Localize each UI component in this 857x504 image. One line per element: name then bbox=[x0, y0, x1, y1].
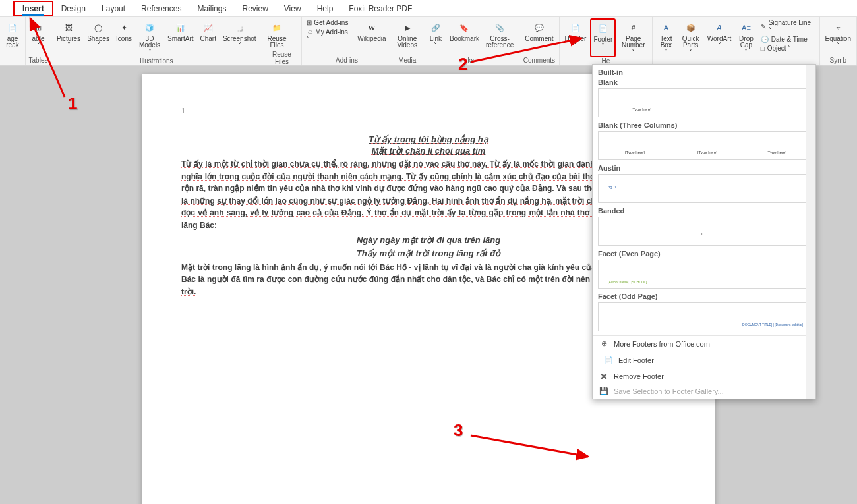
edit-footer-button[interactable]: 📄Edit Footer bbox=[597, 352, 812, 368]
screenshot-button[interactable]: ⬚Screenshot ˅ bbox=[220, 18, 259, 57]
gallery-head-facet-even: Facet (Even Page) bbox=[598, 250, 810, 258]
reuse-files-button[interactable]: 📁Reuse Files bbox=[265, 18, 289, 51]
gallery-item-banded[interactable]: 1 bbox=[598, 217, 810, 246]
page-number-button[interactable]: #Page Number ˅ bbox=[617, 18, 649, 57]
gallery-item-blank3[interactable]: [Type here] [Type here] [Type here] bbox=[598, 131, 810, 160]
link-button[interactable]: 🔗Link ˅ bbox=[426, 18, 446, 57]
chart-button[interactable]: 📈Chart bbox=[198, 18, 219, 57]
smartart-button[interactable]: 📊SmartArt bbox=[165, 18, 196, 57]
gallery-head-banded: Banded bbox=[598, 207, 810, 215]
object-button[interactable]: □ Object ˅ bbox=[759, 44, 817, 53]
tab-insert[interactable]: Insert bbox=[13, 1, 53, 16]
3dmodels-button[interactable]: 🧊3D Models ˅ bbox=[136, 18, 163, 57]
dropcap-button[interactable]: A≡Drop Cap ˅ bbox=[735, 18, 757, 64]
save-icon: 💾 bbox=[599, 387, 608, 395]
more-footers-button[interactable]: ⊕More Footers from Office.com› bbox=[593, 336, 815, 351]
tab-review[interactable]: Review bbox=[234, 2, 276, 15]
bookmark-button[interactable]: 🔖Bookmark bbox=[447, 18, 482, 57]
shapes-button[interactable]: ◯Shapes ˅ bbox=[84, 18, 112, 57]
gallery-item-facet-even[interactable]: [Author name] | [SCHOOL] bbox=[598, 260, 810, 289]
gallery-item-facet-odd[interactable]: [DOCUMENT TITLE] | [Document subtitle] bbox=[598, 302, 810, 331]
gallery-scrollbar[interactable] bbox=[806, 65, 815, 399]
gallery-head-blank3: Blank (Three Columns) bbox=[598, 121, 810, 129]
gallery-head-blank: Blank bbox=[598, 78, 810, 86]
comment-button[interactable]: 💬Comment bbox=[522, 18, 556, 57]
remove-icon: 🗙 bbox=[599, 372, 608, 380]
tab-foxit[interactable]: Foxit Reader PDF bbox=[341, 2, 420, 15]
textbox-button[interactable]: AText Box ˅ bbox=[655, 18, 676, 64]
cross-reference-button[interactable]: 📎Cross- reference bbox=[483, 18, 516, 57]
gallery-item-blank[interactable]: [Type here] bbox=[598, 88, 810, 117]
gallery-head-austin: Austin bbox=[598, 164, 810, 172]
date-time-button[interactable]: 🕒 Date & Time bbox=[759, 35, 817, 43]
footer-gallery-dropdown: Built-in Blank [Type here] Blank (Three … bbox=[592, 64, 816, 399]
tab-mailings[interactable]: Mailings bbox=[189, 2, 234, 15]
wikipedia-button[interactable]: WWikipedia bbox=[355, 18, 388, 57]
tab-layout[interactable]: Layout bbox=[94, 2, 133, 15]
my-addins-button[interactable]: ☺ My Add-ins ˅ bbox=[305, 28, 353, 43]
signature-line-button[interactable]: ✎ Signature Line ˅ bbox=[759, 18, 817, 34]
online-videos-button[interactable]: ▶Online Videos bbox=[395, 18, 420, 57]
tab-view[interactable]: View bbox=[276, 2, 309, 15]
tab-design[interactable]: Design bbox=[53, 2, 94, 15]
gallery-head-facet-odd: Facet (Odd Page) bbox=[598, 293, 810, 300]
header-button[interactable]: 📄Header ˅ bbox=[562, 18, 589, 57]
pictures-button[interactable]: 🖼Pictures ˅ bbox=[54, 18, 83, 57]
ribbon: 📄age reak ⊞able ˅Tables 🖼Pictures ˅ ◯Sha… bbox=[0, 17, 857, 66]
marker-3: 3 bbox=[454, 420, 463, 441]
equation-button[interactable]: πEquation ˅ bbox=[823, 18, 854, 57]
page-break-button[interactable]: 📄age reak bbox=[3, 18, 22, 64]
globe-icon: ⊕ bbox=[599, 339, 608, 348]
icons-button[interactable]: ✦Icons bbox=[113, 18, 134, 57]
marker-1: 1 bbox=[68, 94, 77, 114]
marker-2: 2 bbox=[458, 54, 467, 74]
save-footer-gallery-button: 💾Save Selection to Footer Gallery... bbox=[593, 383, 815, 399]
ribbon-tabs: Insert Design Layout References Mailings… bbox=[0, 0, 857, 17]
get-addins-button[interactable]: ⊞ Get Add-ins bbox=[305, 18, 353, 27]
table-button[interactable]: ⊞able ˅ bbox=[28, 18, 48, 57]
footer-button[interactable]: 📄Footer ˅ bbox=[590, 18, 616, 57]
gallery-head-builtin: Built-in bbox=[598, 69, 810, 76]
tab-references[interactable]: References bbox=[133, 2, 189, 15]
quickparts-button[interactable]: 📦Quick Parts ˅ bbox=[678, 18, 703, 64]
gallery-item-austin[interactable]: pg. 1 bbox=[598, 174, 810, 203]
tab-help[interactable]: Help bbox=[309, 2, 341, 15]
page-icon: 📄 bbox=[604, 356, 613, 364]
remove-footer-button[interactable]: 🗙Remove Footer bbox=[593, 369, 815, 383]
wordart-button[interactable]: AWordArt ˅ bbox=[705, 18, 734, 64]
